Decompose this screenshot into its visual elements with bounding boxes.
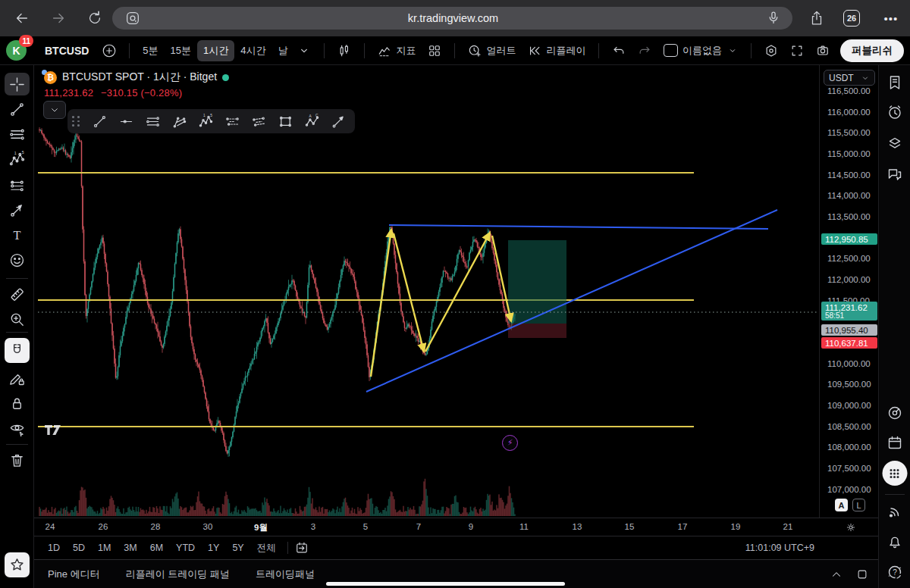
home-indicator[interactable] bbox=[326, 582, 565, 586]
range-button[interactable]: 전체 bbox=[252, 539, 281, 558]
ft-elliott-wave-icon[interactable]: 15 bbox=[196, 112, 215, 130]
go-to-date-button[interactable] bbox=[294, 540, 309, 555]
timezone-settings-icon[interactable] bbox=[845, 521, 857, 535]
price-tick: 110,000.00 bbox=[827, 359, 871, 368]
panel-maximize-icon[interactable] bbox=[855, 568, 869, 581]
ft-horizontal-ray-icon[interactable] bbox=[117, 112, 135, 130]
layout-name-button[interactable]: 이름없음 bbox=[658, 41, 744, 61]
browser-back-icon[interactable] bbox=[11, 7, 33, 30]
range-button[interactable]: 1D bbox=[42, 540, 65, 556]
bottom-panel-tab[interactable]: Pine 에디터 bbox=[48, 568, 100, 581]
measure-tool-button[interactable] bbox=[5, 283, 30, 305]
drawing-lock-button[interactable] bbox=[5, 367, 30, 389]
share-icon[interactable] bbox=[805, 7, 828, 30]
svg-text:T: T bbox=[14, 227, 21, 242]
lock-all-button[interactable] bbox=[5, 392, 30, 414]
currency-unit-dropdown[interactable]: USDT bbox=[824, 70, 875, 86]
chart-style-button[interactable] bbox=[331, 40, 357, 61]
broadcast-icon[interactable] bbox=[883, 500, 906, 523]
calendar-icon[interactable] bbox=[883, 431, 906, 454]
mic-icon[interactable] bbox=[762, 7, 785, 30]
auto-scale-button[interactable]: A bbox=[835, 499, 848, 511]
symbol-title[interactable]: BTCUSDT SPOT · 1시간 · Bitget bbox=[62, 70, 217, 84]
redo-button[interactable] bbox=[632, 40, 657, 61]
emoji-tool-button[interactable] bbox=[5, 249, 30, 271]
indicators-button[interactable]: 지표 bbox=[372, 40, 422, 61]
horizontal-line-tool-button[interactable] bbox=[5, 123, 30, 145]
browser-forward-icon[interactable] bbox=[47, 7, 70, 30]
bell-icon[interactable] bbox=[883, 530, 906, 553]
browser-menu-icon[interactable]: ••• bbox=[878, 12, 904, 25]
target-price-label: 112,950.85 bbox=[821, 233, 877, 245]
timeframe-button[interactable]: 4시간 bbox=[234, 40, 271, 61]
timeframe-button[interactable]: 1시간 bbox=[197, 40, 234, 61]
bottom-panel-tab[interactable]: 리플레이 트레이딩 패널 bbox=[126, 568, 230, 581]
crosshair-tool-button[interactable] bbox=[5, 73, 30, 95]
chat-icon[interactable] bbox=[883, 163, 906, 186]
channel-tool-button[interactable] bbox=[5, 174, 30, 196]
undo-button[interactable] bbox=[606, 40, 632, 61]
range-button[interactable]: 6M bbox=[145, 540, 168, 556]
compare-add-button[interactable] bbox=[96, 40, 122, 61]
elliott-wave-tool-button[interactable]: 15 bbox=[5, 148, 30, 170]
chart-settings-button[interactable] bbox=[758, 40, 784, 61]
replay-button[interactable]: 리플레이 bbox=[522, 40, 592, 61]
page-info-icon[interactable] bbox=[121, 7, 144, 30]
publish-button[interactable]: 퍼블리쉬 bbox=[840, 39, 904, 62]
bottom-panel-tab[interactable]: 트레이딩패널 bbox=[256, 568, 315, 581]
remove-drawings-button[interactable] bbox=[5, 449, 30, 471]
favorites-toolbar-button[interactable] bbox=[5, 552, 30, 577]
arrow-marker-tool-button[interactable] bbox=[5, 199, 30, 221]
log-scale-button[interactable]: L bbox=[852, 499, 865, 511]
symbol-search-button[interactable]: BTCUSD bbox=[40, 45, 89, 57]
range-button[interactable]: 1Y bbox=[202, 540, 224, 556]
screener-radar-icon[interactable] bbox=[883, 402, 906, 424]
ft-rectangle-icon[interactable] bbox=[276, 112, 294, 130]
range-button[interactable]: 5Y bbox=[227, 540, 249, 556]
text-tool-button[interactable]: T bbox=[5, 224, 30, 246]
drag-handle[interactable] bbox=[72, 116, 80, 127]
range-button[interactable]: YTD bbox=[171, 540, 200, 556]
time-axis[interactable]: 242628309월3579111315171921 bbox=[34, 518, 878, 536]
magnet-mode-button[interactable] bbox=[5, 338, 30, 363]
address-bar[interactable]: kr.tradingview.com bbox=[112, 7, 792, 30]
ft-arrow-icon[interactable] bbox=[329, 112, 347, 130]
price-scale[interactable]: USDT 116,500.00116,000.00115,500.00115,0… bbox=[819, 65, 878, 518]
price-tick: 116,000.00 bbox=[827, 108, 871, 117]
lightning-marker-icon[interactable]: ⚡ bbox=[502, 435, 518, 451]
help-icon[interactable]: ? bbox=[883, 561, 906, 583]
browser-reload-icon[interactable] bbox=[83, 7, 106, 30]
market-open-dot bbox=[222, 74, 229, 81]
hide-drawings-button[interactable] bbox=[5, 417, 30, 439]
zoom-in-tool-button[interactable] bbox=[5, 308, 30, 330]
grid-layout-icon bbox=[427, 43, 442, 58]
range-button[interactable]: 5D bbox=[67, 540, 90, 556]
ft-parallel-lines-icon[interactable] bbox=[143, 112, 162, 130]
trend-line-tool-button[interactable] bbox=[5, 98, 30, 120]
chart-canvas[interactable]: ₿ BTCUSDT SPOT · 1시간 · Bitget 111,231.62… bbox=[34, 65, 819, 518]
clock-utc[interactable]: 11:01:09 UTC+9 bbox=[745, 543, 814, 553]
object-tree-collapse-button[interactable] bbox=[43, 101, 66, 119]
ft-pitchfork-icon[interactable] bbox=[170, 112, 188, 130]
alert-button[interactable]: 얼러트 bbox=[462, 40, 522, 61]
layers-icon[interactable] bbox=[883, 132, 906, 155]
ft-sloped-channel-icon[interactable] bbox=[249, 112, 268, 130]
fullscreen-button[interactable] bbox=[784, 40, 810, 61]
snapshot-button[interactable] bbox=[810, 40, 836, 61]
panel-expand-chevron-icon[interactable] bbox=[830, 568, 843, 581]
apps-grid-icon[interactable] bbox=[882, 461, 907, 486]
avatar[interactable]: K 11 bbox=[6, 40, 27, 61]
tradingview-logo[interactable] bbox=[45, 425, 64, 441]
watchlist-icon[interactable] bbox=[883, 71, 906, 94]
layout-templates-button[interactable] bbox=[422, 40, 447, 61]
ft-abcd-pattern-icon[interactable]: AC bbox=[303, 112, 321, 130]
tab-counter[interactable]: 26 bbox=[840, 7, 863, 30]
ft-flat-channel-icon[interactable] bbox=[223, 112, 241, 130]
range-button[interactable]: 3M bbox=[118, 540, 142, 556]
timeframe-button[interactable]: 5분 bbox=[136, 40, 164, 61]
range-button[interactable]: 1M bbox=[93, 540, 116, 556]
alerts-icon[interactable] bbox=[883, 101, 906, 124]
timeframe-button[interactable]: 15분 bbox=[165, 40, 197, 61]
ft-trend-line-icon[interactable] bbox=[90, 112, 108, 130]
timeframe-menu-chevron-icon[interactable] bbox=[291, 40, 317, 61]
